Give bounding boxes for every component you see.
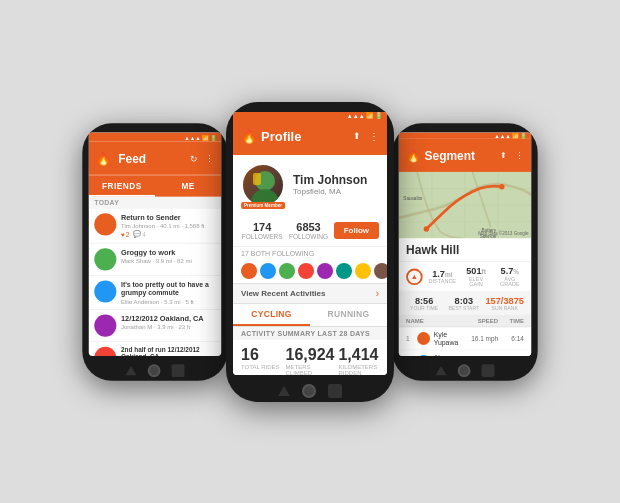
summary-big-stats: 16 TOTAL RIDES 16,924 METERS CLIMBED 1,4… — [233, 340, 387, 375]
like-button[interactable]: ♥ 2 — [121, 231, 129, 237]
followers-label: FOLLOWERS — [241, 233, 283, 240]
profile-avatar-wrap: Premium Member — [241, 163, 285, 207]
comment-button[interactable]: 💬 4 — [133, 230, 146, 237]
stat-meters-climbed: 16,924 METERS CLIMBED — [286, 346, 335, 375]
profile-name: Tim Johnson — [293, 173, 379, 187]
tab-running[interactable]: RUNNING — [310, 304, 387, 326]
leaderboard-header: NAME SPEED TIME — [399, 314, 531, 327]
feed-item-content: Groggy to work Mark Shaw · 3.9 mi · 82 m… — [121, 248, 216, 264]
status-bar-feed: ▲▲▲ 📶 🔋 — [89, 132, 221, 141]
following-avatar — [260, 263, 276, 279]
status-bar-profile: ▲▲▲ 📶 🔋 — [233, 112, 387, 119]
feed-header: 🔥 Feed ↻ ⋮ — [89, 141, 221, 174]
back-button[interactable] — [126, 366, 137, 375]
recents-button[interactable] — [172, 364, 185, 377]
col-speed: SPEED — [465, 317, 498, 323]
menu-icon[interactable]: ⋮ — [205, 153, 214, 163]
feed-item-meta: Jonathan M · 3.9 mi · 23 ft — [121, 323, 216, 329]
following-label: FOLLOWING — [287, 233, 329, 240]
metric-grade: 5.7% AVG GRADE — [496, 265, 524, 286]
follow-button[interactable]: Follow — [334, 222, 379, 239]
lb-row-2: 2 Alex Matter 15.6 mph 6:24 — [399, 350, 531, 356]
segment-screen: ▲▲▲ 📶 🔋 🔥 Segment ⬆ ⋮ — [399, 132, 531, 356]
segment-title: Segment — [425, 148, 476, 162]
avatar — [94, 280, 116, 302]
share-icon[interactable]: ⬆ — [353, 131, 361, 142]
lb-speed: 16.1 mph — [465, 335, 498, 341]
following-avatar — [241, 263, 257, 279]
stat-following: 6853 FOLLOWING — [287, 221, 329, 240]
feed-item-meta: Mark Shaw · 3.9 mi · 82 mi — [121, 257, 216, 263]
segment-header-actions: ⬆ ⋮ — [500, 150, 524, 160]
home-button[interactable] — [302, 384, 316, 398]
both-following-label: 17 BOTH FOLLOWING — [233, 247, 387, 260]
avatar — [94, 314, 116, 336]
activity-summary-label: ACTIVITY SUMMARY LAST 28 DAYS — [233, 327, 387, 340]
lb-rank: 1 — [406, 335, 417, 341]
menu-icon[interactable]: ⋮ — [515, 150, 524, 160]
back-button[interactable] — [278, 386, 290, 396]
svg-rect-2 — [253, 173, 261, 185]
tab-cycling[interactable]: CYCLING — [233, 304, 310, 326]
tab-me[interactable]: ME — [155, 175, 221, 196]
best-time-val: 8:03 — [446, 295, 482, 305]
tab-friends[interactable]: FRIENDS — [89, 175, 155, 196]
avatar — [94, 248, 116, 270]
segment-times: 8:56 YOUR TIME 8:03 BEST START 157/3875 … — [399, 291, 531, 314]
grade-label: AVG GRADE — [496, 275, 524, 286]
lb-time: 6:14 — [498, 335, 524, 341]
metric-elevation: 501ft ELEV GAIN — [462, 265, 490, 286]
home-button[interactable] — [458, 364, 471, 377]
best-time: 8:03 BEST START — [446, 295, 482, 311]
following-avatar — [298, 263, 314, 279]
map-area: Sausalito Battery Spencer Map data ©2013… — [399, 171, 531, 237]
segment-header: 🔥 Segment ⬆ ⋮ — [399, 138, 531, 171]
app-logo-icon: 🔥 — [241, 129, 257, 144]
app-logo-icon: 🔥 — [406, 148, 421, 162]
your-time: 8:56 YOUR TIME — [406, 295, 442, 311]
refresh-icon[interactable]: ↻ — [190, 153, 197, 163]
km-ridden-val: 1,414 — [338, 346, 379, 364]
profile-info: Premium Member Tim Johnson Topsfield, MA — [233, 155, 387, 215]
feed-item-content: 12/12/2012 Oakland, CA Jonathan M · 3.9 … — [121, 314, 216, 330]
chevron-right-icon: › — [376, 288, 379, 299]
recents-button[interactable] — [328, 384, 342, 398]
best-time-label: BEST START — [446, 305, 482, 311]
feed-title: Feed — [118, 151, 146, 165]
segment-type-icon: ▲ — [406, 268, 423, 285]
following-avatar — [355, 263, 371, 279]
phone-nav-bar — [392, 362, 537, 380]
feed-item-title: Return to Sender — [121, 213, 216, 221]
list-item: Groggy to work Mark Shaw · 3.9 mi · 82 m… — [89, 243, 221, 275]
share-icon[interactable]: ⬆ — [500, 150, 507, 160]
following-avatar — [279, 263, 295, 279]
home-button[interactable] — [148, 364, 161, 377]
following-count: 6853 — [287, 221, 329, 233]
following-avatar — [336, 263, 352, 279]
feed-screen: ▲▲▲ 📶 🔋 🔥 Feed ↻ ⋮ FRIENDS ME TODAY — [89, 132, 221, 356]
feed-item-content: 2nd half of run 12/12/2012 Oakland, CA J… — [121, 346, 216, 355]
premium-badge: Premium Member — [241, 202, 285, 209]
lb-avatar — [417, 332, 430, 345]
your-time-val: 8:56 — [406, 295, 442, 305]
list-item: It's too pretty out to have a grumpy com… — [89, 275, 221, 309]
feed-header-actions: ↻ ⋮ — [190, 153, 214, 163]
feed-item-content: It's too pretty out to have a grumpy com… — [121, 280, 216, 304]
recents-button[interactable] — [482, 364, 495, 377]
view-recent-text: View Recent Activities — [241, 289, 325, 298]
profile-title: Profile — [261, 129, 301, 144]
lb-avatar — [417, 355, 430, 356]
lb-row-1: 1 Kyle Yupawa 16.1 mph 6:14 — [399, 327, 531, 350]
app-logo-icon: 🔥 — [96, 151, 111, 165]
feed-item-actions: ♥ 2 💬 4 — [121, 230, 216, 237]
back-button[interactable] — [436, 366, 447, 375]
view-recent-button[interactable]: View Recent Activities › — [233, 283, 387, 304]
phone-nav-bar — [82, 362, 227, 380]
menu-icon[interactable]: ⋮ — [369, 131, 379, 142]
phone-profile: ▲▲▲ 📶 🔋 🔥 Profile ⬆ ⋮ — [226, 102, 394, 402]
following-avatars — [233, 260, 387, 283]
total-rides-val: 16 — [241, 346, 282, 364]
distance-val: 1.7mi — [428, 268, 456, 278]
profile-details: Tim Johnson Topsfield, MA — [293, 173, 379, 196]
map-svg: Sausalito Battery Spencer — [399, 171, 531, 237]
